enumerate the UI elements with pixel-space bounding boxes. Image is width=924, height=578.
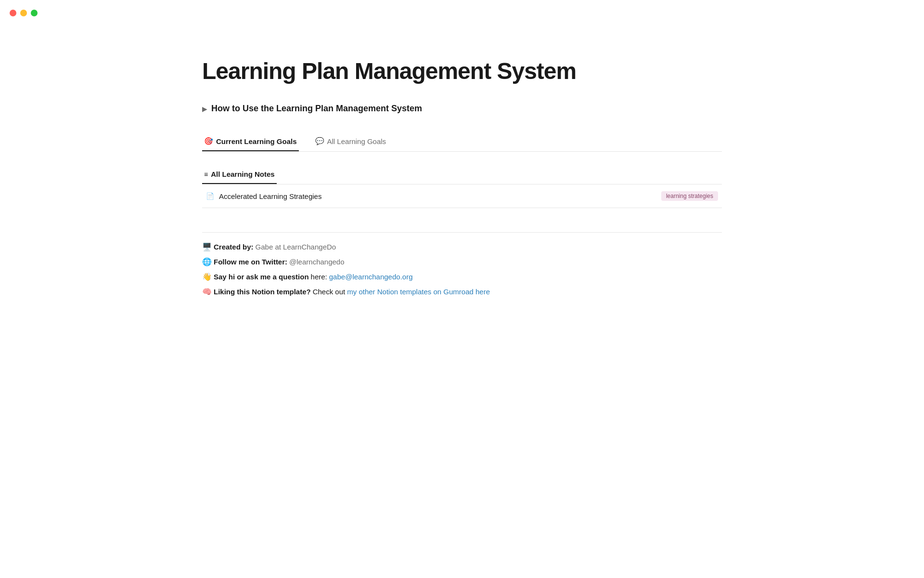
contact-pre: here: bbox=[311, 273, 327, 281]
close-button[interactable] bbox=[10, 10, 16, 16]
twitter-label: Follow me on Twitter: bbox=[214, 258, 287, 266]
minimize-button[interactable] bbox=[20, 10, 27, 16]
collapsible-title: How to Use the Learning Plan Management … bbox=[211, 104, 422, 114]
main-content: Learning Plan Management System ▶ How to… bbox=[173, 0, 751, 331]
created-by-label: Created by: bbox=[214, 243, 254, 251]
list-item-title: Accelerated Learning Strategies bbox=[219, 192, 321, 200]
main-tabs: 🎯 Current Learning Goals 💬 All Learning … bbox=[202, 133, 722, 151]
tabs-divider bbox=[202, 151, 722, 152]
footer-created-by: 🖥️ Created by: Gabe at LearnChangeDo bbox=[202, 242, 722, 251]
tab-current-learning-goals-label: Current Learning Goals bbox=[216, 137, 297, 145]
notion-label: Liking this Notion template? bbox=[214, 288, 311, 296]
notion-pre: Check out bbox=[313, 288, 346, 296]
collapse-arrow-icon: ▶ bbox=[202, 105, 207, 113]
list-item-left: 📄 Accelerated Learning Strategies bbox=[206, 192, 321, 200]
traffic-lights bbox=[10, 10, 38, 16]
footer-notion: 🧠 Liking this Notion template? Check out… bbox=[202, 287, 722, 296]
collapsible-section[interactable]: ▶ How to Use the Learning Plan Managemen… bbox=[202, 104, 722, 114]
page-title: Learning Plan Management System bbox=[202, 58, 722, 84]
notion-gumroad-link[interactable]: my other Notion templates on Gumroad her… bbox=[347, 288, 490, 296]
tab-all-learning-goals[interactable]: 💬 All Learning Goals bbox=[313, 133, 388, 151]
wave-icon: 👋 bbox=[202, 272, 212, 281]
brain-icon: 🧠 bbox=[202, 287, 212, 296]
twitter-handle: @learnchangedo bbox=[289, 258, 344, 266]
contact-email-link[interactable]: gabe@learnchangedo.org bbox=[329, 273, 413, 281]
footer-section: 🖥️ Created by: Gabe at LearnChangeDo 🌐 F… bbox=[202, 223, 722, 296]
monitor-icon: 🖥️ bbox=[202, 242, 212, 251]
contact-label: Say hi or ask me a question bbox=[214, 273, 309, 281]
footer-divider bbox=[202, 232, 722, 233]
footer-contact: 👋 Say hi or ask me a question here: gabe… bbox=[202, 272, 722, 281]
document-icon: 📄 bbox=[206, 192, 214, 200]
maximize-button[interactable] bbox=[31, 10, 38, 16]
list-icon: ≡ bbox=[204, 171, 208, 178]
created-by-value: Gabe at LearnChangeDo bbox=[256, 243, 336, 251]
tab-all-learning-notes-label: All Learning Notes bbox=[211, 170, 275, 178]
tab-current-learning-goals[interactable]: 🎯 Current Learning Goals bbox=[202, 133, 299, 151]
tab-all-learning-notes[interactable]: ≡ All Learning Notes bbox=[202, 166, 277, 184]
globe-icon: 🌐 bbox=[202, 257, 212, 266]
list-item-tag: learning strategies bbox=[661, 191, 718, 201]
target-icon: 🎯 bbox=[204, 137, 213, 145]
tab-all-learning-goals-label: All Learning Goals bbox=[327, 137, 386, 145]
footer-twitter: 🌐 Follow me on Twitter: @learnchangedo bbox=[202, 257, 722, 266]
view-tabs: ≡ All Learning Notes bbox=[202, 166, 722, 184]
list-item[interactable]: 📄 Accelerated Learning Strategies learni… bbox=[202, 184, 722, 208]
chat-icon: 💬 bbox=[315, 137, 324, 145]
